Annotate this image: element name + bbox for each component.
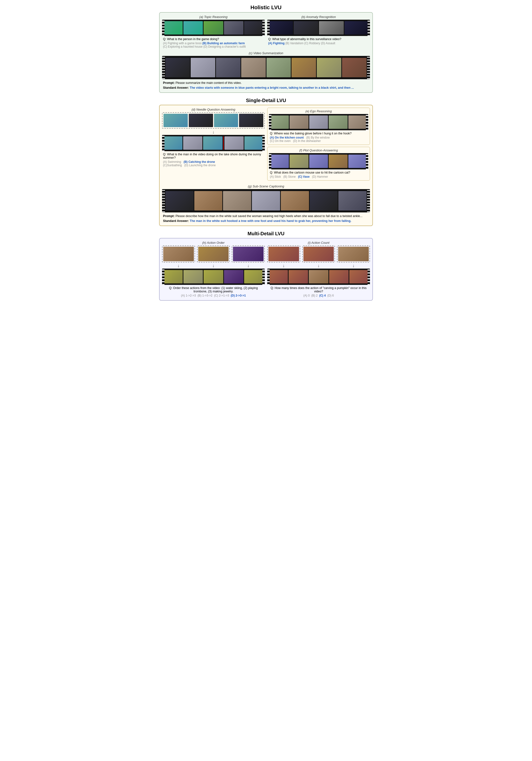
plot-options: (A) Stick (B) Stone (C) Vase (D) Hammer — [270, 175, 367, 178]
multi-detail-title: Multi-Detail LVU — [159, 229, 373, 238]
ao-opt-b: (B) 1->3->2 — [197, 294, 212, 297]
ao-f3 — [233, 247, 264, 261]
ac-opt-a: (A) 0 — [303, 294, 310, 297]
anomaly-options-bcd: (B) Vandalism (C) Robbery (D) Assault — [286, 41, 335, 45]
ego-f4 — [329, 115, 347, 129]
plot-f3 — [309, 154, 328, 168]
ss-answer-label: Standard Answer: — [163, 219, 189, 223]
needle-frame-1 — [164, 114, 188, 127]
ego-opt-d: (D) In the dishwasher — [293, 139, 321, 143]
aof-2 — [184, 270, 203, 283]
ac-arrow-3: ↓ — [337, 263, 370, 268]
action-count-film-strip — [267, 268, 370, 285]
plot-opt-b: (B) Stone — [283, 175, 295, 178]
needle-qa: Q: What is the man in the video doing on… — [162, 151, 265, 167]
needle-frame-4 — [239, 114, 263, 127]
ac-dashed-3: ↓ — [337, 246, 370, 268]
sum-frame-5 — [266, 58, 291, 77]
anomaly-qa: Q: What type of abnormality in this surv… — [267, 36, 370, 45]
ego-qa: Q: Where was the baking glove before I h… — [269, 130, 368, 143]
prompt-label: Prompt: — [163, 81, 175, 85]
aof-3 — [204, 270, 223, 283]
action-order-panel: (h) Action Order ↓ ↓ — [162, 241, 265, 298]
topic-answer: (B) Building an automatic farm — [202, 41, 245, 45]
ego-plot-panel: (e) Ego Reasoning Q: Where was the bakin… — [267, 108, 370, 183]
topic-options: (A) Fighting with a game boss (B) Buildi… — [163, 41, 264, 48]
anomaly-answer: (A) Fighting — [268, 41, 285, 45]
sum-frame-3 — [216, 58, 240, 77]
plot-f5 — [348, 154, 367, 168]
single-detail-title: Single-Detail LVU — [159, 96, 373, 105]
ego-reasoning-panel: (e) Ego Reasoning Q: Where was the bakin… — [267, 108, 370, 145]
acf-3 — [309, 270, 328, 283]
action-order-qa: Q: Order these actions from the video: (… — [162, 285, 265, 298]
aof-5 — [244, 270, 264, 283]
aof-1 — [163, 270, 183, 283]
sum-frame-1 — [165, 58, 190, 77]
ac-f1 — [268, 247, 299, 261]
sum-frame-8 — [342, 58, 367, 77]
ac-question: Q: How many times does the action of "ca… — [268, 286, 369, 293]
topic-reasoning-title: (a) Topic Reasoning — [162, 15, 265, 19]
needle-frame-3 — [214, 114, 238, 127]
ao-answer: (D) 2->3->1 — [231, 294, 246, 297]
ao-opt-a: (A) 1->2->3 — [181, 294, 196, 297]
ac-arrow-2: ↓ — [302, 263, 335, 268]
ego-options: (A) On the kitchen count (B) By the wind… — [270, 136, 367, 143]
anomaly-frame-1 — [268, 21, 293, 34]
anomaly-frame-4 — [345, 21, 369, 34]
needle-answer: (B) Catching the drone — [184, 160, 215, 164]
aof-4 — [224, 270, 244, 283]
ao-options: (A) 1->2->3 (B) 1->3->2 (C) 2->1->3 (D) … — [163, 294, 264, 297]
ac-opt-d: (D) 6 — [328, 294, 334, 297]
sub-scene-answer: Standard Answer: The man in the white su… — [162, 218, 370, 223]
ss-f6 — [310, 191, 338, 210]
ego-film-strip — [269, 114, 368, 130]
video-summarization-panel: (c) Video Summarization Prompt: Please s… — [162, 51, 370, 90]
action-count-qa: Q: How many times does the action of "ca… — [267, 285, 370, 298]
ss-answer-text: The man in the white suit hooked a tree … — [190, 219, 351, 223]
topic-reasoning-panel: (a) Topic Reasoning Q: What is the perso… — [162, 15, 265, 49]
action-order-film-strip — [162, 268, 265, 285]
ss-f2 — [194, 191, 223, 210]
ao-f2 — [198, 247, 229, 261]
ao-arrow-3: ↓ — [232, 263, 265, 268]
nf-3 — [203, 136, 223, 150]
anomaly-recognition-panel: (b) Anomaly Recognition Q: What type of … — [267, 15, 370, 49]
ac-f2 — [303, 247, 334, 261]
sum-frame-2 — [191, 58, 215, 77]
ss-f1 — [165, 191, 193, 210]
anomaly-frame-3 — [319, 21, 344, 34]
sub-scene-panel: (g) Sub-Scene Captioning Prompt: Please … — [162, 185, 370, 223]
ego-f2 — [290, 115, 308, 129]
plot-f1 — [270, 154, 289, 168]
acf-1 — [268, 270, 288, 283]
action-order-frames-top: ↓ ↓ ↓ — [162, 246, 265, 268]
plot-film-strip — [269, 153, 368, 169]
ego-opt-b: (B) By the window — [306, 136, 330, 139]
topic-qa: Q: What is the person in the game doing?… — [162, 36, 265, 49]
ac-answer: (C) 4 — [319, 294, 326, 297]
plot-opt-d: (D) Hammer — [312, 175, 328, 178]
ao-f1 — [163, 247, 194, 261]
option-a-wrong: (A) Fighting with a game boss — [163, 41, 202, 45]
ao-arrow-2: ↓ — [197, 263, 230, 268]
ao-dashed-3: ↓ — [232, 246, 265, 268]
plot-answer: (C) Vase — [298, 175, 309, 178]
nf-5 — [244, 136, 264, 150]
acf-4 — [329, 270, 349, 283]
needle-film-strip — [162, 135, 265, 151]
sub-scene-prompt: Prompt: Please describe how the man in t… — [162, 213, 370, 218]
sum-frame-6 — [292, 58, 316, 77]
film-frame-2 — [184, 21, 203, 34]
plot-title: (f) Plot Question-Answering — [269, 148, 368, 152]
sum-frame-4 — [241, 58, 266, 77]
topic-options-cd: (C) Exploring a haunted house (D) Design… — [163, 45, 245, 48]
nf-1 — [163, 136, 183, 150]
answer-label: Standard Answer: — [163, 86, 189, 89]
needle-question: Q: What is the man in the video doing on… — [163, 153, 264, 159]
ac-dashed-2: ↓ — [302, 246, 335, 268]
ac-arrow-1: ↓ — [267, 263, 300, 268]
ac-dashed-1: ↓ — [267, 246, 300, 268]
ao-opt-c: (C) 2->1->3 — [214, 294, 229, 297]
